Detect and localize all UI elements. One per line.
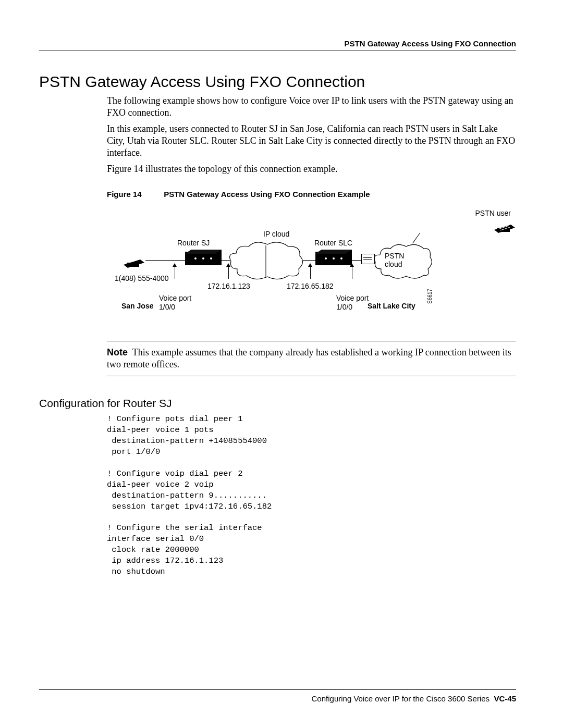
ip-cloud-icon (227, 240, 305, 282)
arrow-icon (175, 266, 175, 279)
page-number: VC-45 (494, 694, 516, 703)
diagram-id: S6617 (427, 289, 433, 304)
svg-point-9 (202, 257, 204, 260)
running-header: PSTN Gateway Access Using FXO Connection (344, 39, 516, 48)
note-text: This example assumes that the company al… (107, 347, 511, 369)
label-san-jose: San Jose (121, 302, 153, 310)
note-label: Note (107, 347, 128, 357)
label-router-sj: Router SJ (177, 239, 210, 247)
paragraph: Figure 14 illustrates the topology of th… (107, 163, 516, 175)
svg-marker-7 (185, 250, 222, 254)
svg-rect-1 (497, 228, 510, 232)
arrow-icon (228, 266, 229, 279)
router-icon (185, 252, 222, 265)
header-rule (39, 51, 516, 51)
link-line (303, 260, 316, 261)
figure-number: Figure 14 (107, 190, 162, 199)
label-ip-slc: 172.16.65.182 (287, 282, 334, 290)
svg-point-8 (194, 257, 197, 260)
topology-figure: PSTN user IP cloud Router SJ Router SLC (107, 209, 516, 331)
label-router-slc: Router SLC (314, 239, 352, 247)
router-icon (315, 252, 352, 265)
paragraph: In this example, users connected to Rout… (107, 123, 516, 159)
arrow-icon (352, 266, 352, 279)
svg-point-10 (210, 257, 212, 260)
label-pstn-cloud: PSTN cloud (385, 252, 404, 268)
label-phone-number: 1(408) 555-4000 (115, 274, 169, 282)
svg-marker-13 (315, 250, 352, 254)
note-block: Note This example assumes that the compa… (107, 341, 516, 376)
phone-icon (493, 218, 516, 234)
label-voice-port: Voice port 1/0/0 (336, 294, 369, 312)
paragraph: The following example shows how to confi… (107, 95, 516, 119)
figure-title: PSTN Gateway Access Using FXO Connection… (164, 190, 370, 199)
svg-rect-5 (127, 263, 139, 267)
label-salt-lake: Salt Lake City (368, 302, 415, 310)
label-ip-sj: 172.16.1.123 (207, 282, 250, 290)
link-line (412, 233, 420, 243)
svg-point-15 (333, 257, 335, 260)
footer-text: Configuring Voice over IP for the Cisco … (312, 694, 490, 703)
phone-icon (123, 253, 145, 269)
svg-point-16 (340, 257, 342, 260)
label-ip-cloud: IP cloud (263, 230, 289, 238)
arrow-icon (310, 266, 311, 279)
section-heading: PSTN Gateway Access Using FXO Connection (39, 73, 516, 91)
svg-point-14 (325, 257, 327, 260)
router-sj-config-code: ! Configure pots dial peer 1 dial-peer v… (107, 414, 516, 577)
page-footer: Configuring Voice over IP for the Cisco … (39, 689, 516, 703)
subsection-heading: Configuration for Router SJ (39, 397, 516, 410)
link-line (145, 260, 187, 261)
label-pstn-user: PSTN user (475, 209, 511, 217)
link-line (221, 260, 230, 261)
label-voice-port: Voice port 1/0/0 (159, 294, 191, 312)
figure-caption: Figure 14 PSTN Gateway Access Using FXO … (107, 190, 516, 199)
